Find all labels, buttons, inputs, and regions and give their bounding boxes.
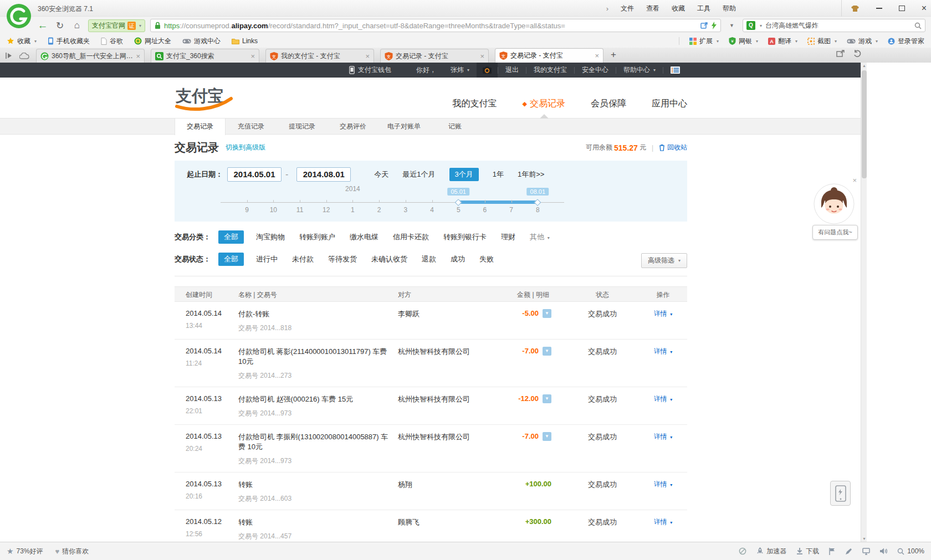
search-engine-icon[interactable]: Q (746, 21, 755, 30)
date-range-option[interactable]: 今天 (374, 169, 388, 179)
category-option[interactable]: 缴水电煤 (350, 232, 378, 242)
browser-tab[interactable]: 支 我的支付宝 - 支付宝 × (265, 49, 374, 63)
menu-item[interactable]: 帮助 (723, 4, 736, 13)
browser-tab[interactable]: 支付宝_360搜索 × (151, 49, 259, 63)
lightning-icon[interactable] (712, 22, 717, 29)
assistant-avatar[interactable] (814, 183, 855, 224)
bookmark-item[interactable]: 谷歌 (101, 37, 123, 46)
category-option[interactable]: 信用卡还款 (393, 232, 429, 242)
plugin-item[interactable]: 扩展 ▾ (689, 37, 719, 46)
mobile-login-widget[interactable] (830, 481, 851, 506)
main-nav-item[interactable]: 我的支付宝 (453, 98, 497, 110)
category-option[interactable]: 理财 (501, 232, 515, 242)
subnav-tab[interactable]: 交易记录 (175, 119, 226, 135)
status-option[interactable]: 未付款 (292, 254, 314, 264)
tab-close-icon[interactable]: × (480, 52, 484, 60)
browser-tab[interactable]: 支 交易记录 - 支付宝 × (380, 49, 489, 63)
tab-close-icon[interactable]: × (595, 52, 599, 60)
category-option[interactable]: 其他 ▾ (530, 232, 550, 242)
status-option[interactable]: 等待发货 (328, 254, 357, 264)
detail-expand-icon[interactable]: ▼ (543, 432, 551, 441)
category-option[interactable]: 全部 (218, 230, 244, 244)
plugin-item[interactable]: ¥ 网银 ▾ (729, 37, 758, 46)
detail-link[interactable]: 详情 ▾ (654, 347, 672, 355)
username-menu[interactable]: 张炜▾ (443, 63, 477, 78)
close-window-icon[interactable]: × (922, 4, 927, 13)
tab-close-icon[interactable]: × (365, 52, 370, 60)
tab-close-icon[interactable]: × (250, 52, 255, 60)
status-option[interactable]: 成功 (451, 254, 465, 264)
menu-item[interactable]: 工具 (697, 4, 710, 13)
slider-selected-range[interactable] (458, 201, 538, 204)
menu-item[interactable]: 收藏 (672, 4, 685, 13)
speaker-icon[interactable] (880, 548, 887, 554)
logout-link[interactable]: 退出 (498, 63, 526, 78)
back-button[interactable]: ← (37, 19, 49, 32)
main-nav-item[interactable]: ◆ 交易记录 (523, 98, 565, 110)
rating-item[interactable]: ★ 73%好评 (7, 547, 43, 556)
status-option[interactable]: 全部 (218, 253, 244, 266)
share-icon[interactable] (700, 22, 708, 29)
my-alipay-link[interactable]: 我的支付宝 (526, 63, 574, 78)
bookmark-item[interactable]: 收藏 ▾ (7, 37, 37, 46)
camera-icon[interactable] (477, 63, 498, 78)
date-range-option[interactable]: 1年前>> (518, 169, 544, 179)
plugin-item[interactable]: 截图 ▾ (807, 37, 837, 46)
help-center-menu[interactable]: 帮助中心▾ (616, 63, 663, 78)
status-option[interactable]: 进行中 (256, 254, 278, 264)
detail-link[interactable]: 详情 ▾ (654, 395, 672, 403)
status-option[interactable]: 失败 (479, 254, 494, 264)
search-icon[interactable] (914, 22, 922, 29)
menu-overflow-icon[interactable]: › (606, 4, 608, 13)
browser-tab[interactable]: 360导航_新一代安全上网导航 × (36, 49, 145, 63)
restore-session-icon[interactable] (853, 50, 861, 57)
date-range-option[interactable]: 1年 (493, 169, 504, 179)
main-nav-item[interactable]: 应用中心 (652, 98, 687, 110)
detail-link[interactable]: 详情 ▾ (654, 480, 672, 488)
minimize-icon[interactable] (876, 8, 882, 9)
menu-item[interactable]: 文件 (621, 4, 634, 13)
assistant-tooltip[interactable]: 有问题点我~ (812, 225, 858, 240)
vertical-scrollbar[interactable]: ▲ ▼ (861, 63, 867, 542)
detail-expand-icon[interactable]: ▼ (543, 309, 551, 318)
alipay-logo[interactable]: 支付宝 (175, 83, 241, 113)
detail-link[interactable]: 详情 ▾ (654, 518, 672, 526)
subnav-tab[interactable]: 充值记录 (226, 119, 277, 135)
skin-icon[interactable] (851, 5, 860, 12)
category-option[interactable]: 转账到账户 (299, 232, 335, 242)
scroll-up-icon[interactable]: ▲ (861, 64, 867, 68)
address-bar[interactable]: https://consumeprod.alipay.com/record/st… (150, 19, 721, 32)
bookmark-item[interactable]: 手机收藏夹 (48, 37, 90, 46)
security-center-link[interactable]: 安全中心 (575, 63, 616, 78)
date-from-input[interactable]: 2014.05.01 (227, 167, 282, 182)
browser-tab[interactable]: 支 交易记录 - 支付宝 × (495, 48, 603, 63)
plugin-item[interactable]: A 翻译 ▾ (768, 37, 797, 46)
subnav-tab[interactable]: 提现记录 (277, 119, 328, 135)
date-range-option[interactable]: 3个月 (449, 168, 479, 181)
detail-expand-icon[interactable]: ▼ (543, 394, 551, 403)
category-option[interactable]: 转账到银行卡 (443, 232, 487, 242)
new-tab-button[interactable]: + (611, 49, 616, 60)
switch-advanced-link[interactable]: 切换到高级版 (226, 143, 265, 152)
scroll-down-icon[interactable]: ▼ (861, 537, 867, 541)
pen-icon[interactable] (845, 548, 852, 555)
suggest-item[interactable]: ♥ 猜你喜欢 (55, 547, 89, 556)
detail-link[interactable]: 详情 ▾ (654, 433, 672, 440)
category-option[interactable]: 淘宝购物 (256, 232, 285, 242)
search-box[interactable]: Q ▾ 台湾高雄燃气爆炸 (743, 19, 925, 32)
detail-expand-icon[interactable]: ▼ (543, 347, 551, 356)
scrollbar-thumb[interactable] (862, 70, 867, 178)
search-input[interactable]: 台湾高雄燃气爆炸 (765, 21, 911, 30)
subnav-tab[interactable]: 电子对账单 (378, 119, 429, 135)
open-window-icon[interactable] (836, 50, 845, 57)
accelerator-item[interactable]: 加速器 (756, 547, 786, 556)
status-option[interactable]: 未确认收货 (371, 254, 407, 264)
monitor-icon[interactable] (862, 548, 870, 555)
flag-icon[interactable] (829, 548, 835, 555)
bookmark-item[interactable]: 游戏中心 (182, 37, 221, 46)
bookmark-item[interactable]: 网址大全 (134, 37, 171, 46)
main-nav-item[interactable]: 会员保障 (591, 98, 626, 110)
wallet-link[interactable]: 支付宝钱包 (349, 65, 391, 75)
plugin-item[interactable]: 游戏 ▾ (847, 37, 878, 46)
home-button[interactable]: ⌂ (71, 20, 83, 31)
